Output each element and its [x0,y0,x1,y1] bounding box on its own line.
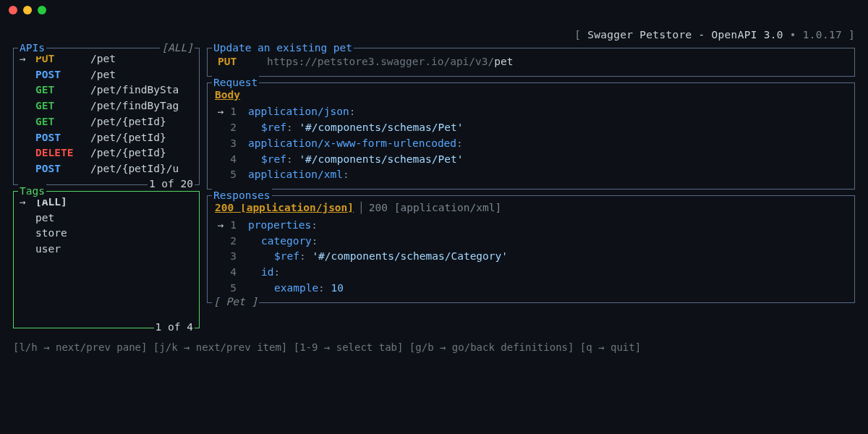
code-line: 1application/json: [215,104,847,120]
tab-separator: │ [358,202,365,213]
minimize-icon[interactable] [23,6,32,14]
responses-panel-title: Responses [212,188,272,204]
api-list-item[interactable]: POST/pet/{petId}/u [20,161,193,177]
keybind-hints: [l/h → next/prev pane] [j/k → next/prev … [0,334,868,355]
responses-footer-label: [ Pet ] [212,294,259,310]
api-spec-header: [ Swagger Petstore - OpenAPI 3.0 • 1.0.1… [13,25,855,48]
code-line: 1properties: [215,218,847,234]
apis-panel[interactable]: APIs [ALL] →PUT/petPOST/petGET/pet/findB… [13,48,200,185]
apis-status: 1 of 20 [148,176,195,192]
tag-list-item[interactable]: user [20,242,193,258]
tab-response-inactive[interactable]: 200 [application/xml] [369,202,501,213]
api-list-item[interactable]: GET/pet/findByTag [20,98,193,114]
endpoint-panel: Update an existing pet PUT https://petst… [207,48,855,77]
code-line: 5application/xml: [215,167,847,183]
tags-panel[interactable]: Tags →[ALL]petstoreuser 1 of 4 [13,191,200,328]
apis-filter-label: [ALL] [160,41,195,56]
tag-list-item[interactable]: pet [20,210,193,226]
request-panel[interactable]: Request Body 1application/json:2$ref: '#… [207,82,855,190]
endpoint-title: Update an existing pet [212,41,354,56]
code-line: 4id: [215,265,847,281]
code-line: 3$ref: '#/components/schemas/Category' [215,249,847,265]
apis-panel-title: APIs [18,41,46,56]
tags-status: 1 of 4 [154,320,195,336]
api-list-item[interactable]: POST/pet/{petId} [20,130,193,146]
api-list-item[interactable]: GET/pet/findBySta [20,82,193,98]
api-list-item[interactable]: GET/pet/{petId} [20,114,193,130]
api-list-item[interactable]: POST/pet [20,67,193,83]
code-line: 4$ref: '#/components/schemas/Pet' [215,152,847,168]
window-titlebar [0,0,868,20]
endpoint-method: PUT [218,54,267,70]
endpoint-url: https://petstore3.swagger.io/api/v3/pet [267,54,513,70]
maximize-icon[interactable] [38,6,46,14]
api-list-item[interactable]: DELETE/pet/{petId} [20,145,193,161]
responses-panel[interactable]: Responses 200 [application/json]│200 [ap… [207,195,855,303]
tag-list-item[interactable]: store [20,226,193,242]
code-line: 3application/x-www-form-urlencoded: [215,136,847,152]
close-icon[interactable] [9,6,17,14]
code-line: 2$ref: '#/components/schemas/Pet' [215,120,847,136]
request-panel-title: Request [212,75,259,91]
code-line: 2category: [215,234,847,250]
tags-panel-title: Tags [18,184,46,200]
code-line: 5example: 10 [215,281,847,297]
